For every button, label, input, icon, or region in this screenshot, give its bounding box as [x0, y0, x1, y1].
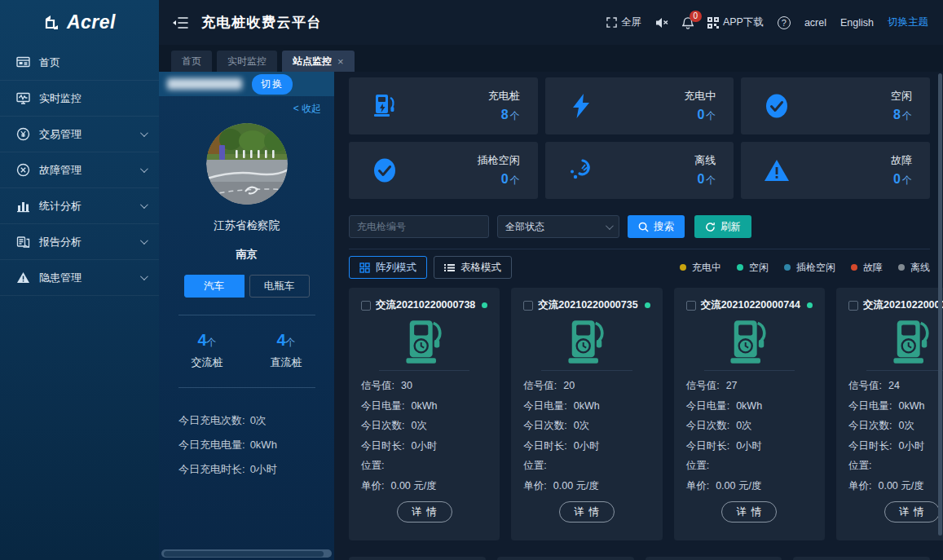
main-panel: 充电桩 8个 充电中 0个 空闲 — [334, 72, 943, 560]
charger-field-row: 今日时长:0小时 — [686, 436, 813, 456]
sidebar: Acrel 首页 实时监控 交易管理 故障管理 — [0, 0, 159, 560]
vehicle-tab-ebike[interactable]: 电瓶车 — [249, 275, 310, 298]
scrollbar-thumb[interactable] — [164, 551, 324, 557]
charger-card: 交流20210220000736 信号值:24今日电量:0kWh今日次数:0次今… — [836, 288, 943, 540]
notifications-button[interactable]: 0 — [682, 16, 694, 29]
divider — [349, 249, 930, 249]
top-header: 充电桩收费云平台 全屏 0 APP下载 ? — [159, 0, 943, 45]
vertical-scrollbar[interactable] — [938, 73, 942, 536]
notification-badge: 0 — [690, 11, 702, 22]
gun-number-input[interactable] — [349, 215, 489, 238]
charger-fields: 信号值:20今日电量:0kWh今日次数:0次今日时长:0小时位置:单价:0.00… — [523, 376, 650, 496]
status-dot-icon — [645, 302, 650, 308]
today-stat-row: 今日充电时长: 0小时 — [178, 457, 277, 482]
view-mode-bar: 阵列模式 表格模式 充电中 — [349, 256, 930, 279]
charger-field-row: 单价:0.00 元/度 — [686, 476, 813, 496]
status-card-fault: 故障 0个 — [741, 142, 930, 199]
search-button[interactable]: 搜索 — [628, 215, 685, 238]
station-name-redacted — [167, 78, 242, 90]
ac-pile-stat: 4个 交流桩 — [192, 331, 223, 370]
brand-logo: Acrel — [0, 0, 159, 45]
charger-field-row: 单价:0.00 元/度 — [523, 476, 650, 496]
fullscreen-icon — [606, 17, 617, 28]
refresh-button[interactable]: 刷新 — [694, 215, 751, 238]
detail-button[interactable]: 详 情 — [721, 501, 777, 523]
tab-realtime-monitor[interactable]: 实时监控 — [217, 51, 277, 72]
sidebar-item-transaction-mgmt[interactable]: 交易管理 — [0, 117, 159, 152]
charger-card: 交流20210220000735 信号值:20今日电量:0kWh今日次数:0次今… — [511, 288, 662, 540]
status-dot-icon — [482, 302, 487, 308]
status-card-gun-idle: 插枪空闲 0个 — [349, 142, 538, 199]
charger-card — [497, 557, 634, 560]
menu-fold-icon[interactable] — [172, 16, 188, 29]
charger-checkbox[interactable] — [686, 301, 696, 311]
close-icon[interactable]: × — [337, 55, 344, 68]
help-button[interactable]: ? — [778, 16, 791, 29]
mute-button[interactable] — [655, 17, 668, 29]
charger-field-row: 位置: — [361, 456, 487, 476]
divider — [178, 387, 315, 388]
charger-checkbox[interactable] — [361, 301, 371, 311]
charger-field-row: 单价:0.00 元/度 — [848, 476, 943, 496]
charger-card — [349, 557, 486, 560]
charger-field-row: 今日次数:0次 — [686, 416, 813, 436]
legend-item: 空闲 — [737, 261, 769, 275]
page-title: 充电桩收费云平台 — [201, 13, 322, 32]
username[interactable]: acrel — [804, 17, 826, 29]
charger-field-row: 今日时长:0小时 — [523, 436, 650, 456]
charger-field-row: 今日次数:0次 — [361, 416, 487, 436]
tab-site-monitor[interactable]: 站点监控 × — [282, 51, 355, 72]
chevron-down-icon — [140, 129, 148, 137]
charger-field-row: 今日电量:0kWh — [848, 396, 943, 417]
theme-toggle[interactable]: 切换主题 — [888, 15, 928, 29]
charger-checkbox[interactable] — [848, 301, 858, 311]
yuan-circle-icon — [16, 127, 30, 141]
legend-item: 离线 — [898, 261, 930, 275]
sidebar-item-statistics[interactable]: 统计分析 — [0, 188, 159, 224]
charger-fields: 信号值:30今日电量:0kWh今日次数:0次今日时长:0小时位置:单价:0.00… — [361, 376, 487, 496]
language-toggle[interactable]: English — [840, 17, 874, 29]
status-card-idle: 空闲 8个 — [741, 77, 930, 134]
station-city: 南京 — [236, 247, 258, 262]
charger-fields: 信号值:27今日电量:0kWh今日次数:0次今日时长:0小时位置:单价:0.00… — [686, 376, 813, 496]
status-select[interactable]: 全部状态 — [497, 215, 619, 238]
ev-charger-icon — [403, 319, 446, 366]
chevron-down-icon — [606, 222, 614, 230]
ev-charger-icon — [566, 319, 608, 366]
switch-station-button[interactable]: 切换 — [252, 74, 293, 95]
brand-logo-text: Acrel — [67, 11, 116, 33]
horizontal-scrollbar[interactable] — [161, 549, 332, 558]
charger-checkbox[interactable] — [523, 301, 533, 311]
collapse-panel-link[interactable]: < 收起 — [293, 102, 321, 116]
tab-home[interactable]: 首页 — [171, 51, 212, 72]
sidebar-item-fault-mgmt[interactable]: 故障管理 — [0, 152, 159, 188]
charger-cards: 交流20210220000738 信号值:30今日电量:0kWh今日次数:0次今… — [349, 288, 930, 540]
grid-mode-button[interactable]: 阵列模式 — [349, 256, 427, 279]
warning-triangle-icon — [764, 157, 790, 183]
pile-count-stats: 4个 交流桩 4个 直流桩 — [192, 331, 302, 370]
sidebar-item-home[interactable]: 首页 — [0, 45, 159, 81]
charger-field-row: 今日电量:0kWh — [686, 396, 813, 417]
table-mode-button[interactable]: 表格模式 — [434, 256, 512, 279]
status-dot-icon — [807, 302, 813, 308]
detail-button[interactable]: 详 情 — [559, 501, 615, 523]
sidebar-item-hazard-mgmt[interactable]: 隐患管理 — [0, 260, 159, 296]
fullscreen-button[interactable]: 全屏 — [606, 15, 641, 29]
header-toolbar: 全屏 0 APP下载 ? acrel English 切换主题 — [606, 15, 928, 29]
next-row-cards-partial — [349, 557, 930, 560]
app-download-button[interactable]: APP下载 — [707, 15, 764, 29]
list-icon — [444, 262, 455, 273]
detail-button[interactable]: 详 情 — [397, 501, 452, 523]
sidebar-item-label: 交易管理 — [39, 127, 82, 142]
sidebar-item-realtime-monitor[interactable]: 实时监控 — [0, 81, 159, 117]
sidebar-item-report-analysis[interactable]: 报告分析 — [0, 224, 159, 260]
charger-title: 交流20210220000738 — [376, 298, 475, 312]
charger-field-row: 今日时长:0小时 — [361, 436, 487, 456]
vehicle-tab-car[interactable]: 汽车 — [184, 275, 245, 298]
search-icon — [638, 222, 649, 232]
chevron-down-icon — [140, 272, 148, 280]
detail-button[interactable]: 详 情 — [884, 501, 940, 523]
station-panel: 切换 < 收起 — [159, 72, 334, 560]
warning-triangle-icon — [16, 271, 30, 284]
charger-fields: 信号值:24今日电量:0kWh今日次数:0次今日时长:0小时位置:单价:0.00… — [848, 376, 943, 496]
